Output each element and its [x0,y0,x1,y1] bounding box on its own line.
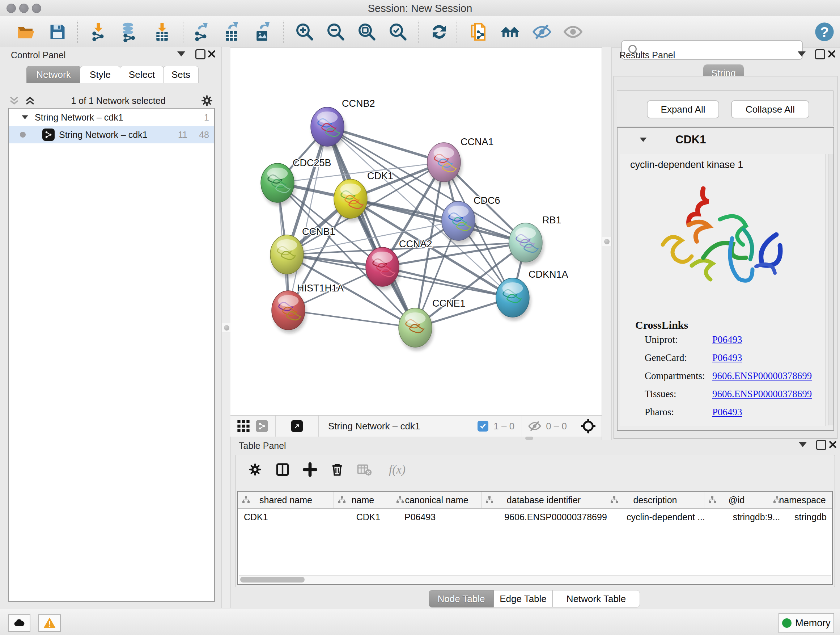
node-table[interactable]: shared namenamecanonical namedatabase id… [237,491,833,585]
export-image-button[interactable] [251,21,273,42]
crosslink-link[interactable]: P06493 [712,334,742,345]
network-row-selected[interactable]: String Network – cdk1 11 48 [9,126,214,143]
table-cell[interactable]: CDK1 [238,509,339,525]
column-header-@id[interactable]: @id [704,492,769,508]
detach-view-button[interactable] [291,420,303,432]
import-network-database-button[interactable] [118,21,140,42]
network-node-HIST1H1A[interactable] [272,291,306,333]
string-view-icon[interactable] [256,420,268,432]
results-panel-close-button[interactable] [827,49,836,59]
import-network-file-button[interactable] [87,21,110,42]
tab-sets[interactable]: Sets [163,66,199,83]
network-node-CCNB2[interactable] [311,107,346,149]
network-graph[interactable]: CCNB2CCNA1CDC25BCDK1CDC6RB1CCNB1CCNA2CDK… [231,48,602,415]
delete-table-button[interactable] [355,460,374,479]
control-panel-close-button[interactable] [207,49,216,59]
network-node-CDKN1A[interactable] [496,278,531,320]
help-button[interactable]: ? [813,21,836,42]
table-cell[interactable]: stringdb [789,509,840,525]
zoom-fit-button[interactable] [355,21,378,42]
delete-column-button[interactable] [328,460,347,479]
tab-node-table[interactable]: Node Table [429,590,494,608]
crosslink-link[interactable]: 9606.ENSP00000378699 [712,388,812,400]
control-panel-float-button[interactable] [195,49,205,59]
export-network-button[interactable] [190,21,212,42]
crosslink-link[interactable]: 9606.ENSP00000378699 [712,371,812,382]
tab-select[interactable]: Select [120,66,164,83]
function-builder-button[interactable]: f(x) [381,460,414,479]
refresh-button[interactable] [428,21,450,42]
tab-network-table[interactable]: Network Table [553,590,640,608]
tab-network[interactable]: Network [27,66,81,83]
clone-network-button[interactable] [467,21,489,42]
table-cell[interactable]: stringdb:9... [724,509,789,525]
birds-eye-view-icon[interactable] [580,418,597,434]
tab-style[interactable]: Style [80,66,120,83]
zoom-in-button[interactable] [294,21,316,42]
table-cell[interactable]: 9606.ENSP00000378699 [493,509,618,525]
show-columns-button[interactable] [273,460,292,479]
network-options-gear-icon[interactable] [201,94,213,107]
create-column-button[interactable] [301,460,319,479]
grid-view-icon[interactable] [236,419,251,433]
network-node-RB1[interactable] [509,223,544,265]
network-node-CCNA1[interactable] [427,143,462,185]
hide-selected-button[interactable] [531,21,553,42]
column-header-namespace[interactable]: namespace [769,492,836,508]
table-panel-menu-caret[interactable] [799,442,807,447]
gene-section-header[interactable]: CDK1 [617,128,834,152]
network-node-CDK1[interactable] [334,179,369,222]
right-splitter-handle[interactable] [602,237,611,246]
network-node-CCNA2[interactable] [366,247,401,290]
column-header-database-identifier[interactable]: database identifier [482,492,606,508]
table-cell[interactable]: cyclin-dependent ... [618,509,724,525]
table-panel-close-button[interactable] [828,440,837,449]
memory-button[interactable]: Memory [778,613,834,633]
table-panel-float-button[interactable] [816,440,826,450]
network-canvas[interactable]: CCNB2CCNA1CDC25BCDK1CDC6RB1CCNB1CCNA2CDK… [231,48,602,415]
crosslink-link[interactable]: P06493 [712,352,742,363]
show-all-button[interactable] [562,21,584,42]
column-header-canonical-name[interactable]: canonical name [392,492,482,508]
network-node-CCNE1[interactable] [399,308,433,350]
cloud-button[interactable] [8,614,30,632]
right-splitter[interactable] [602,47,612,440]
import-table-button[interactable] [151,21,173,42]
collection-caret-icon[interactable] [22,115,28,119]
scrollbar-thumb[interactable] [240,577,305,583]
results-panel-menu-caret[interactable] [798,51,806,57]
collapse-all-networks-icon[interactable] [24,95,36,107]
results-panel-float-button[interactable] [815,49,825,59]
zoom-selected-button[interactable] [387,21,409,42]
left-splitter[interactable] [221,47,231,608]
gene-caret-icon[interactable] [640,138,647,142]
horizontal-splitter-handle[interactable] [525,437,533,440]
tab-edge-table[interactable]: Edge Table [494,590,553,608]
network-edge[interactable] [327,127,415,328]
table-cell[interactable]: CDK1 [339,509,397,525]
table-options-gear-button[interactable] [246,460,264,479]
gene-details-scrollbar[interactable] [828,154,834,425]
table-horizontal-scrollbar[interactable] [239,575,831,584]
column-header-description[interactable]: description [606,492,704,508]
expand-all-networks-icon[interactable] [8,95,20,107]
network-collection-row[interactable]: String Network – cdk1 1 [9,109,214,126]
table-cell[interactable]: P06493 [397,509,493,525]
column-header-shared-name[interactable]: shared name [238,492,334,508]
expand-all-button[interactable]: Expand All [647,100,719,119]
zoom-out-button[interactable] [325,21,347,42]
collapse-all-button[interactable]: Collapse All [731,100,809,119]
control-panel-menu-caret[interactable] [177,51,185,57]
save-session-button[interactable] [46,21,69,42]
network-edge[interactable] [382,267,513,298]
export-table-button[interactable] [220,21,243,42]
first-neighbors-button[interactable] [499,21,521,42]
column-header-name[interactable]: name [334,492,392,508]
table-row[interactable]: CDK1CDK1P064939606.ENSP00000378699cyclin… [238,509,832,525]
left-splitter-handle[interactable] [222,323,231,333]
open-session-button[interactable] [15,21,37,42]
selected-checkbox[interactable] [477,421,488,432]
crosslink-link[interactable]: P06493 [712,407,742,418]
warnings-button[interactable] [38,614,61,632]
network-edge[interactable] [288,310,415,328]
